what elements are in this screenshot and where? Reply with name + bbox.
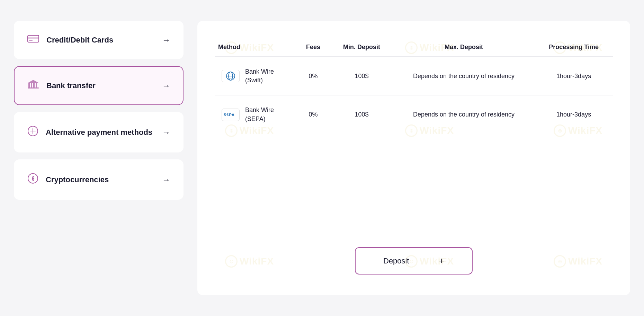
sidebar-item-label-crypto: Cryptocurrencies: [46, 175, 109, 184]
min-deposit-sepa: 100$: [330, 95, 393, 134]
method-name-sepa: Bank Wire(SEPA): [245, 106, 274, 123]
col-processing-time: Processing Time: [535, 38, 613, 57]
svg-rect-3: [28, 83, 30, 87]
arrow-icon-credit: →: [162, 35, 170, 45]
svg-rect-5: [33, 83, 35, 87]
method-name-swift: Bank Wire(Swift): [245, 67, 274, 85]
credit-card-icon: [27, 34, 39, 46]
svg-rect-8: [28, 87, 39, 89]
svg-rect-1: [28, 37, 39, 39]
svg-rect-2: [29, 40, 33, 41]
deposit-button[interactable]: Deposit +: [355, 247, 473, 275]
sidebar-item-left-crypto: ₿ Cryptocurrencies: [27, 173, 109, 187]
deposit-plus-icon: +: [439, 255, 444, 266]
table-row-sepa: S€PA Bank Wire(SEPA) 0% 100$ Depends on …: [215, 95, 613, 134]
col-min-deposit: Min. Deposit: [330, 38, 393, 57]
sidebar-item-left-bank: Bank transfer: [27, 79, 96, 92]
deposit-label: Deposit: [383, 257, 409, 266]
max-deposit-swift: Depends on the country of residency: [393, 57, 535, 95]
arrow-icon-alt: →: [162, 128, 170, 137]
col-fees: Fees: [296, 38, 331, 57]
fees-sepa: 0%: [296, 95, 331, 134]
content-panel: ◎ WikiFX ◎ WikiFX ◎ WikiFX ◎ WikiFX ◎ Wi…: [197, 21, 630, 295]
sidebar-item-crypto[interactable]: ₿ Cryptocurrencies →: [14, 159, 184, 200]
arrow-icon-crypto: →: [162, 175, 170, 185]
sepa-logo: S€PA: [222, 109, 240, 121]
svg-text:₿: ₿: [32, 176, 34, 181]
processing-time-sepa: 1hour-3days: [535, 95, 613, 134]
deposit-section: Deposit +: [215, 226, 613, 275]
sidebar-item-label-bank: Bank transfer: [46, 81, 96, 90]
sidebar-item-alternative[interactable]: Alternative payment methods →: [14, 112, 184, 152]
sidebar-item-label-alt: Alternative payment methods: [46, 128, 152, 137]
method-cell-sepa: S€PA Bank Wire(SEPA): [215, 95, 296, 134]
sidebar-item-left-alt: Alternative payment methods: [27, 125, 152, 139]
payment-table-wrapper: Method Fees Min. Deposit Max. Deposit Pr…: [215, 38, 613, 134]
sidebar-item-credit-debit[interactable]: Credit/Debit Cards →: [14, 21, 184, 59]
svg-text:S€PA: S€PA: [224, 113, 235, 117]
sidebar-item-bank-transfer[interactable]: Bank transfer →: [14, 66, 184, 105]
svg-rect-6: [36, 83, 37, 87]
col-method: Method: [215, 38, 296, 57]
payment-table: Method Fees Min. Deposit Max. Deposit Pr…: [215, 38, 613, 134]
arrow-icon-bank: →: [162, 81, 170, 91]
max-deposit-sepa: Depends on the country of residency: [393, 95, 535, 134]
svg-marker-7: [28, 80, 39, 83]
sidebar: Credit/Debit Cards → Bank transfer: [14, 21, 184, 295]
processing-time-swift: 1hour-3days: [535, 57, 613, 95]
method-cell-swift: Bank Wire(Swift): [215, 57, 296, 95]
sidebar-item-left: Credit/Debit Cards: [27, 34, 113, 46]
table-row-swift: Bank Wire(Swift) 0% 100$ Depends on the …: [215, 57, 613, 95]
min-deposit-swift: 100$: [330, 57, 393, 95]
sidebar-item-label-credit: Credit/Debit Cards: [46, 36, 113, 45]
col-max-deposit: Max. Deposit: [393, 38, 535, 57]
svg-rect-4: [31, 83, 32, 87]
fees-swift: 0%: [296, 57, 331, 95]
plus-circle-icon: [27, 125, 39, 139]
bitcoin-icon: ₿: [27, 173, 39, 187]
swift-logo: [222, 70, 240, 82]
bank-icon: [27, 79, 39, 92]
